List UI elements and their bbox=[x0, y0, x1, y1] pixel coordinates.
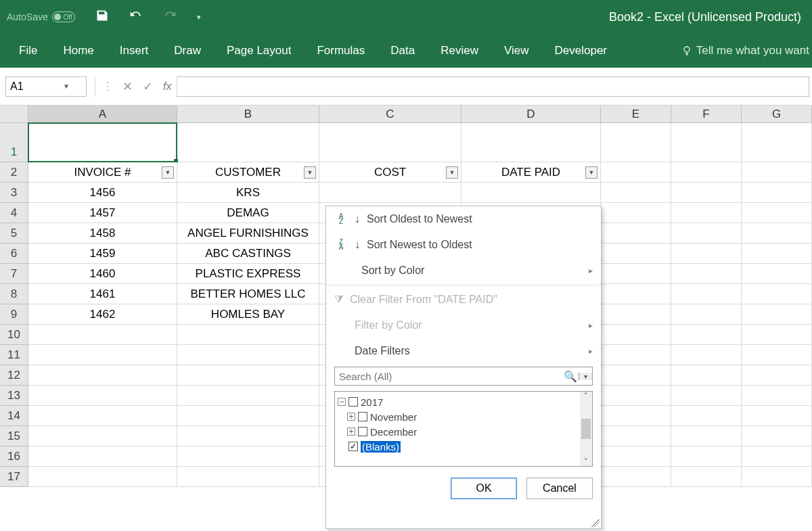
cell-g1[interactable] bbox=[742, 123, 812, 162]
filter-btn-customer[interactable]: ▼ bbox=[304, 166, 316, 179]
filter-value-tree[interactable]: −2017 +November +December (Blanks) ˄ ˅ bbox=[334, 391, 593, 467]
cell-a17[interactable] bbox=[28, 467, 177, 487]
cell-b13[interactable] bbox=[177, 386, 319, 406]
cell-b1[interactable] bbox=[177, 123, 319, 162]
scroll-down-icon[interactable]: ˅ bbox=[584, 457, 588, 466]
cell-e1[interactable] bbox=[601, 123, 671, 162]
tab-insert[interactable]: Insert bbox=[120, 44, 149, 57]
name-box-dropdown-icon[interactable]: ▼ bbox=[60, 83, 72, 90]
cancel-button[interactable]: Cancel bbox=[526, 478, 593, 499]
row-header-5[interactable]: 5 bbox=[0, 223, 28, 244]
cell-g9[interactable] bbox=[742, 304, 812, 325]
sort-newest-oldest[interactable]: ZA↓ Sort Newest to Oldest bbox=[326, 232, 601, 258]
cell-e16[interactable] bbox=[601, 446, 671, 467]
row-header-17[interactable]: 17 bbox=[0, 467, 28, 487]
cell-g5[interactable] bbox=[742, 223, 812, 244]
checkbox-2017[interactable] bbox=[348, 397, 358, 407]
select-all-corner[interactable] bbox=[0, 106, 28, 123]
cell-a7[interactable]: 1460 bbox=[28, 264, 177, 284]
cell-f3[interactable] bbox=[671, 183, 742, 203]
cell-g13[interactable] bbox=[742, 386, 812, 406]
cell-e15[interactable] bbox=[601, 426, 671, 446]
tab-file[interactable]: File bbox=[19, 44, 37, 57]
cell-e8[interactable] bbox=[601, 284, 671, 304]
tab-data[interactable]: Data bbox=[390, 44, 415, 57]
collapse-icon[interactable]: − bbox=[338, 398, 346, 406]
cell-b10[interactable] bbox=[177, 325, 319, 345]
name-box[interactable]: ▼ bbox=[5, 76, 87, 97]
formula-input[interactable] bbox=[177, 76, 809, 97]
cell-b4[interactable]: DEMAG bbox=[177, 203, 319, 223]
cell-a3[interactable]: 1456 bbox=[28, 183, 177, 203]
autosave-toggle[interactable]: AutoSave Off bbox=[7, 11, 75, 22]
cell-g17[interactable] bbox=[742, 467, 812, 487]
cell-g16[interactable] bbox=[742, 446, 812, 467]
cell-a16[interactable] bbox=[28, 446, 177, 467]
cell-g11[interactable] bbox=[742, 345, 812, 365]
row-header-9[interactable]: 9 bbox=[0, 304, 28, 325]
cell-b5[interactable]: ANGEL FURNISHINGS bbox=[177, 223, 319, 244]
cell-f8[interactable] bbox=[671, 284, 742, 304]
header-cost[interactable]: COST▼ bbox=[319, 162, 461, 183]
cell-g6[interactable] bbox=[742, 244, 812, 264]
scroll-up-icon[interactable]: ˄ bbox=[584, 392, 588, 400]
scroll-thumb[interactable] bbox=[581, 419, 591, 439]
cell-a13[interactable] bbox=[28, 386, 177, 406]
cell-g12[interactable] bbox=[742, 365, 812, 386]
qat-customize-icon[interactable]: ▾ bbox=[197, 13, 201, 22]
cell-f9[interactable] bbox=[671, 304, 742, 325]
cell-e17[interactable] bbox=[601, 467, 671, 487]
row-header-11[interactable]: 11 bbox=[0, 345, 28, 365]
date-filters[interactable]: Date Filters▸ bbox=[326, 338, 601, 364]
col-header-c[interactable]: C bbox=[319, 106, 461, 123]
cell-b12[interactable] bbox=[177, 365, 319, 386]
cell-b16[interactable] bbox=[177, 446, 319, 467]
cell-e5[interactable] bbox=[601, 223, 671, 244]
sort-oldest-newest[interactable]: AZ↓ Sort Oldest to Newest bbox=[326, 206, 601, 232]
cell-f5[interactable] bbox=[671, 223, 742, 244]
row-header-2[interactable]: 2 bbox=[0, 162, 28, 183]
cell-a10[interactable] bbox=[28, 325, 177, 345]
row-header-10[interactable]: 10 bbox=[0, 325, 28, 345]
cell-g7[interactable] bbox=[742, 264, 812, 284]
tab-view[interactable]: View bbox=[504, 44, 529, 57]
cell-a5[interactable]: 1458 bbox=[28, 223, 177, 244]
cell-e4[interactable] bbox=[601, 203, 671, 223]
row-header-16[interactable]: 16 bbox=[0, 446, 28, 467]
cell-e14[interactable] bbox=[601, 406, 671, 426]
row-header-6[interactable]: 6 bbox=[0, 244, 28, 264]
col-header-f[interactable]: F bbox=[671, 106, 742, 123]
tab-draw[interactable]: Draw bbox=[174, 44, 201, 57]
ok-button[interactable]: OK bbox=[451, 478, 517, 499]
cell-c1[interactable] bbox=[319, 123, 461, 162]
tab-review[interactable]: Review bbox=[441, 44, 478, 57]
tree-scrollbar[interactable]: ˄ ˅ bbox=[580, 392, 592, 466]
cell-e7[interactable] bbox=[601, 264, 671, 284]
col-header-e[interactable]: E bbox=[601, 106, 671, 123]
fx-icon[interactable]: fx bbox=[158, 76, 177, 97]
cell-a12[interactable] bbox=[28, 365, 177, 386]
expand-icon[interactable]: + bbox=[347, 413, 355, 421]
cell-f15[interactable] bbox=[671, 426, 742, 446]
cell-f12[interactable] bbox=[671, 365, 742, 386]
cell-d1[interactable] bbox=[461, 123, 601, 162]
header-invoice[interactable]: INVOICE #▼ bbox=[28, 162, 177, 183]
cell-b3[interactable]: KRS bbox=[177, 183, 319, 203]
row-header-13[interactable]: 13 bbox=[0, 386, 28, 406]
cell-a8[interactable]: 1461 bbox=[28, 284, 177, 304]
resize-grip[interactable] bbox=[591, 519, 600, 527]
name-box-input[interactable] bbox=[6, 80, 60, 93]
cell-f7[interactable] bbox=[671, 264, 742, 284]
filter-search-input[interactable] bbox=[335, 371, 562, 382]
cancel-formula-icon[interactable]: ✕ bbox=[117, 79, 137, 94]
row-header-14[interactable]: 14 bbox=[0, 406, 28, 426]
cell-d3[interactable] bbox=[461, 183, 601, 203]
cell-a15[interactable] bbox=[28, 426, 177, 446]
cell-e3[interactable] bbox=[601, 183, 671, 203]
cell-a1[interactable]: Button 1 bbox=[28, 123, 177, 162]
cell-a11[interactable] bbox=[28, 345, 177, 365]
cell-f14[interactable] bbox=[671, 406, 742, 426]
cell-b15[interactable] bbox=[177, 426, 319, 446]
cell-e2[interactable] bbox=[601, 162, 671, 183]
cell-e10[interactable] bbox=[601, 325, 671, 345]
